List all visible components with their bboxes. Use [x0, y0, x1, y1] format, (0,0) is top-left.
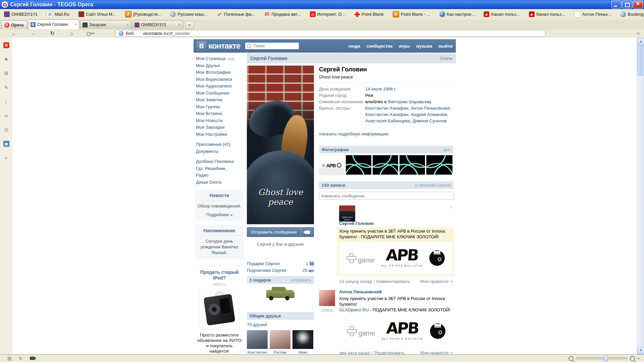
page-panel-icon[interactable]: ▤: [7, 356, 11, 361]
friend-photo[interactable]: [270, 330, 290, 349]
back-button[interactable]: ←: [9, 31, 19, 37]
zoom-slider[interactable]: [576, 357, 627, 359]
sidebar-item-messages[interactable]: Мои Сообщения: [196, 90, 243, 97]
vertical-scrollbar[interactable]: ▲ ▼: [637, 38, 644, 355]
edit-page-link[interactable]: ред.: [228, 57, 235, 61]
reload-button[interactable]: ↻: [47, 30, 57, 37]
sidebar-item-videos[interactable]: Мои Видеозаписи: [196, 76, 243, 83]
photo-thumbnail[interactable]: APB: [319, 155, 344, 175]
tab-profile[interactable]: Сергей Головин ×: [28, 19, 79, 29]
post-author-link[interactable]: Антон Пеньковский: [339, 289, 382, 294]
menu-music[interactable]: музыка: [416, 44, 432, 49]
camera-icon[interactable]: [30, 357, 35, 360]
bookmark-item[interactable]: Канал польз...: [484, 11, 520, 17]
friend-card[interactable]: Рустам Кичгин: [270, 330, 290, 355]
notes-icon[interactable]: ✎: [3, 84, 9, 90]
bookmark-item[interactable]: Point Blank: [354, 11, 384, 17]
sidebar-item-friends[interactable]: Мои Друзья: [196, 62, 243, 69]
widgets-gear-icon[interactable]: ⚙: [3, 70, 9, 76]
search-input[interactable]: [253, 43, 293, 49]
bookmark-item[interactable]: Booking.com: [620, 11, 644, 17]
sidebar-item-settings[interactable]: Мои Настройки: [196, 131, 243, 138]
friend-card[interactable]: Иван Распутин: [292, 330, 313, 355]
like-button[interactable]: Мне нравится♥: [420, 350, 453, 355]
downloads-icon[interactable]: ↓: [3, 99, 9, 105]
send-message-button[interactable]: Отправить сообщение: [247, 227, 314, 237]
photo-thumbnail[interactable]: [373, 155, 398, 175]
sync-icon[interactable]: ↻: [19, 356, 22, 361]
sidebar-app-link[interactable]: Дикая Охота: [196, 179, 243, 186]
links-icon[interactable]: ∞: [3, 113, 9, 119]
panels-icon[interactable]: ▣: [3, 141, 9, 147]
friend-photo[interactable]: [292, 330, 313, 349]
show-more-info-link[interactable]: показать подробную информацию: [319, 131, 388, 136]
sidebar-app-link[interactable]: Гдз, Решебник,: [196, 165, 243, 172]
key-icon[interactable]: [87, 32, 95, 35]
post-time-link[interactable]: 13 секунд назад: [339, 279, 372, 284]
scrollbar-thumb[interactable]: [637, 46, 644, 76]
friend-card[interactable]: Константин Иванов: [247, 330, 268, 355]
search-mode-dropdown[interactable]: Веб: [126, 31, 139, 36]
mutual-friends-count[interactable]: 70 друзей: [247, 322, 314, 327]
add-panel-icon[interactable]: +: [3, 155, 9, 161]
minimize-button[interactable]: [611, 1, 622, 8]
bookmark-item[interactable]: Антон Пеньк...: [574, 11, 611, 17]
bookmark-item[interactable]: OWBED!!1!!1: [4, 11, 38, 17]
ad-ipod-image[interactable]: [199, 289, 240, 329]
vk-logo[interactable]: В контакте: [197, 41, 240, 51]
bookmark-star-icon[interactable]: ★: [636, 30, 641, 37]
post-author-link[interactable]: Сергей Головин: [339, 221, 374, 226]
ad-ipod[interactable]: Продать старый iPod? avito.ru Просто раз…: [196, 265, 243, 354]
sidebar-item-meetings[interactable]: Мои Встречи: [196, 110, 243, 117]
sidebar-item-groups[interactable]: Мои Группы: [196, 104, 243, 111]
scroll-down-arrow[interactable]: ▼: [637, 347, 644, 354]
sidebar-item-documents[interactable]: Документы: [196, 148, 243, 155]
home-button[interactable]: ⌂: [66, 31, 76, 37]
tab-close-icon[interactable]: ×: [126, 22, 129, 27]
bookmark-item[interactable]: Канал польз...: [529, 11, 565, 17]
profile-status[interactable]: Ghost love peace: [319, 74, 453, 79]
post-image-apb[interactable]: game APB ALL POINTS BULLETIN: [339, 242, 452, 274]
subscribers-counter[interactable]: Подписчики Сергея 25: [247, 267, 314, 274]
tab-downloads[interactable]: Загрузки ×: [80, 20, 131, 29]
bookmark-item[interactable]: Полезные фа...: [217, 11, 255, 17]
history-clock-icon[interactable]: ◷: [3, 127, 9, 133]
gift-image[interactable]: [264, 288, 297, 303]
unite-icon[interactable]: Я: [3, 42, 9, 48]
siblings-links[interactable]: Константин Ханафин, Антон Пеньковский, К…: [365, 105, 453, 124]
birthday-link[interactable]: 14 июля 1996 г.: [365, 86, 396, 92]
bookmark-item[interactable]: Интернет, О...: [310, 11, 345, 17]
ad-title[interactable]: Продать старый iPod?: [196, 269, 243, 281]
bookmark-item[interactable]: Как настрои...: [439, 11, 475, 17]
photo-thumbnail[interactable]: [426, 155, 452, 175]
tab-close-icon[interactable]: ×: [74, 22, 77, 27]
maximize-button[interactable]: [622, 1, 632, 8]
forward-button[interactable]: →: [28, 31, 38, 37]
tab-owbed[interactable]: OWBED!!1!!1 ×: [132, 20, 183, 29]
all-photos-link[interactable]: все: [444, 147, 451, 152]
close-button[interactable]: [633, 1, 643, 8]
sidebar-item-notes[interactable]: Мои Заметки: [196, 97, 243, 104]
search-box[interactable]: [245, 42, 299, 50]
bookmarks-star-icon[interactable]: ★: [3, 56, 9, 62]
sidebar-item-bookmarks[interactable]: Мои Закладки: [196, 124, 243, 131]
zoom-in-icon[interactable]: [630, 356, 635, 361]
zoom-slider-handle[interactable]: [604, 356, 608, 361]
bookmark-item[interactable]: Русские маш...: [170, 11, 207, 17]
profile-photo[interactable]: Ghost love peace: [247, 65, 314, 224]
send-gift-link[interactable]: отправить: [291, 278, 311, 283]
menu-people[interactable]: люди: [348, 44, 360, 49]
like-button[interactable]: Мне нравится♥: [420, 279, 453, 284]
zoom-out-icon[interactable]: [569, 356, 574, 361]
friend-photo[interactable]: [247, 330, 268, 349]
video-message-button[interactable]: [301, 228, 314, 237]
news-more-link[interactable]: Подробнее »: [197, 212, 241, 217]
bookmark-item[interactable]: Mail.Ru: [47, 11, 69, 17]
photo-thumbnail[interactable]: [399, 155, 425, 175]
bookmark-item[interactable]: Point Blank - ...: [393, 11, 430, 17]
sidebar-item-apps[interactable]: Приложения (42): [196, 141, 243, 148]
opera-menu-button[interactable]: O Opera: [1, 20, 27, 29]
sidebar-item-photos[interactable]: Мои Фотографии: [196, 69, 243, 76]
post-image-apb[interactable]: game APB ALL POINTS BULLETIN: [339, 315, 453, 347]
to-wall-link[interactable]: к записям Сергея: [415, 183, 450, 188]
